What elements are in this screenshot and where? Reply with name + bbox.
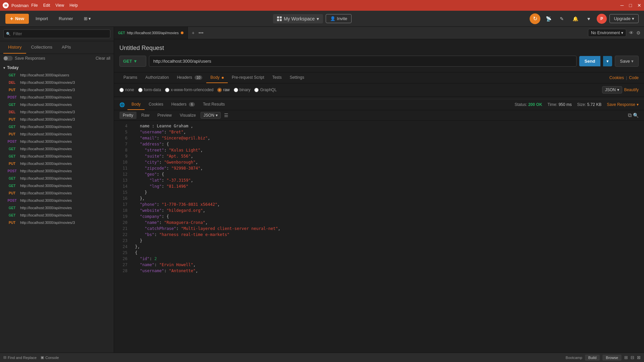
- save-response-button[interactable]: Save Response ▾: [607, 102, 639, 107]
- history-item[interactable]: POSThttp://localhost:3000/api/movies: [0, 94, 114, 101]
- req-tab-params[interactable]: Params: [119, 72, 141, 83]
- send-button[interactable]: Send: [579, 56, 601, 66]
- layout2-icon-button[interactable]: ⊟: [631, 355, 634, 360]
- beautify-button[interactable]: Beautify: [624, 87, 639, 92]
- save-responses-toggle[interactable]: Save Responses: [3, 56, 45, 61]
- user-avatar[interactable]: P: [597, 14, 607, 24]
- sidebar-tab-history[interactable]: History: [3, 41, 26, 54]
- new-button[interactable]: + New: [5, 14, 29, 24]
- resp-tab-body[interactable]: Body: [127, 99, 145, 110]
- heart-icon-button[interactable]: ♥: [583, 13, 594, 24]
- req-tab-headers[interactable]: Headers 10: [173, 72, 206, 83]
- import-button[interactable]: Import: [32, 14, 52, 23]
- sync-button[interactable]: ↻: [530, 13, 540, 24]
- sidebar-tab-apis[interactable]: APIs: [57, 41, 75, 54]
- response-format-selector[interactable]: JSON ▾: [201, 112, 221, 119]
- menu-file[interactable]: File: [31, 3, 38, 8]
- history-item[interactable]: GEThttp://localhost:3000/api/movies: [0, 212, 114, 219]
- history-item[interactable]: POSThttp://localhost:3000/api/movies: [0, 138, 114, 145]
- menu-view[interactable]: View: [55, 3, 64, 8]
- menu-help[interactable]: Help: [69, 3, 78, 8]
- maximize-button[interactable]: □: [629, 3, 632, 8]
- history-item[interactable]: PUThttp://localhost:3000/api/movies: [0, 130, 114, 138]
- resp-body-tab-preview[interactable]: Preview: [154, 112, 175, 119]
- find-replace-item[interactable]: ⊟ Find and Replace: [3, 355, 37, 360]
- sidebar-tab-collections[interactable]: Collections: [26, 41, 57, 54]
- json-format-selector[interactable]: JSON ▾: [602, 86, 622, 94]
- history-item[interactable]: DELhttp://localhost:3000/api/movies/3: [0, 79, 114, 86]
- send-dropdown-button[interactable]: ▾: [603, 56, 612, 66]
- env-dropdown[interactable]: No Environment ▾: [588, 29, 626, 37]
- bootcamp-item[interactable]: Bootcamp: [566, 356, 582, 360]
- req-tab-body[interactable]: Body: [206, 72, 228, 83]
- history-item[interactable]: POSThttp://localhost:3000/api/movies: [0, 167, 114, 175]
- req-tab-prerequest[interactable]: Pre-request Script: [228, 72, 268, 83]
- body-option-none[interactable]: none: [119, 87, 134, 92]
- history-item[interactable]: PUThttp://localhost:3000/api/movies/3: [0, 116, 114, 123]
- body-option-binary[interactable]: binary: [234, 87, 251, 92]
- req-tab-authorization[interactable]: Authorization: [141, 72, 173, 83]
- body-option-raw[interactable]: raw: [217, 87, 229, 92]
- history-item[interactable]: GEThttp://localhost:3000/api/users: [0, 71, 114, 79]
- history-item[interactable]: PUThttp://localhost:3000/api/movies: [0, 189, 114, 197]
- history-item[interactable]: GEThttp://localhost:3000/api/movies: [0, 175, 114, 182]
- history-item[interactable]: GEThttp://localhost:3000/api/movies: [0, 101, 114, 108]
- history-today-header[interactable]: Today: [0, 64, 114, 71]
- search-response-button[interactable]: 🔍: [633, 113, 639, 118]
- history-item[interactable]: GEThttp://localhost:3000/api/movies: [0, 153, 114, 160]
- req-tab-tests[interactable]: Tests: [268, 72, 286, 83]
- build-button[interactable]: Build: [585, 355, 600, 361]
- req-tab-settings[interactable]: Settings: [286, 72, 308, 83]
- copy-button[interactable]: ⧉: [628, 112, 632, 118]
- body-option-formdata[interactable]: form-data: [138, 87, 161, 92]
- save-button[interactable]: Save ▾: [615, 56, 639, 67]
- response-code-area[interactable]: 4 name : Leanne Graham ,5 "username": "B…: [114, 121, 644, 353]
- history-item[interactable]: GEThttp://localhost:3000/api/movies: [0, 123, 114, 130]
- layout-icon-button[interactable]: ⊞: [624, 355, 628, 360]
- history-item[interactable]: GEThttp://localhost:3000/api/movies: [0, 204, 114, 212]
- resp-tab-test-results[interactable]: Test Results: [199, 99, 229, 110]
- history-item[interactable]: GEThttp://localhost:3000/api/movies: [0, 145, 114, 153]
- body-option-urlencoded[interactable]: x-www-form-urlencoded: [165, 87, 213, 92]
- layout3-icon-button[interactable]: ⊠: [637, 355, 641, 360]
- add-tab-button[interactable]: +: [191, 29, 196, 36]
- toolbar-extra-button[interactable]: ⊞ ▾: [80, 14, 95, 23]
- resp-tab-cookies[interactable]: Cookies: [145, 99, 167, 110]
- history-item[interactable]: DELhttp://localhost:3000/api/movies/3: [0, 108, 114, 116]
- resp-body-tab-raw[interactable]: Raw: [138, 112, 153, 119]
- history-item[interactable]: PUThttp://localhost:3000/api/movies/3: [0, 219, 114, 226]
- env-settings-button[interactable]: ⚙: [636, 30, 641, 36]
- active-request-tab[interactable]: GET http://localhost:3000/api/movies: [114, 27, 188, 39]
- url-input[interactable]: [149, 56, 577, 67]
- history-item[interactable]: POSThttp://localhost:3000/api/movies: [0, 197, 114, 204]
- bell-icon-button[interactable]: 🔔: [570, 13, 581, 24]
- resp-tab-headers[interactable]: Headers 6: [167, 99, 199, 110]
- body-option-graphql[interactable]: GraphQL: [254, 87, 276, 92]
- invite-button[interactable]: 👤 Invite: [326, 14, 352, 23]
- sidebar-search-input[interactable]: [3, 29, 110, 38]
- env-eye-button[interactable]: 👁: [629, 30, 634, 36]
- more-tabs-button[interactable]: •••: [197, 29, 205, 36]
- clear-all-button[interactable]: Clear all: [96, 56, 110, 61]
- upgrade-button[interactable]: Upgrade ▾: [609, 14, 639, 23]
- workspace-selector[interactable]: My Workspace ▾: [273, 14, 323, 23]
- browse-button[interactable]: Browse: [602, 355, 622, 361]
- history-item[interactable]: PUThttp://localhost:3000/api/movies/3: [0, 86, 114, 94]
- method-selector[interactable]: GET ▾: [119, 56, 146, 67]
- code-link[interactable]: Code: [629, 75, 639, 80]
- filter-icon-button[interactable]: ☰: [224, 113, 228, 118]
- menu-edit[interactable]: Edit: [43, 3, 50, 8]
- history-item[interactable]: PUThttp://localhost:3000/api/movies: [0, 160, 114, 167]
- minimize-button[interactable]: ─: [621, 3, 624, 8]
- runner-button[interactable]: Runner: [55, 14, 77, 23]
- console-item[interactable]: ▣ Console: [41, 355, 59, 360]
- satellite-icon-button[interactable]: 📡: [543, 13, 554, 24]
- close-button[interactable]: ✕: [637, 3, 641, 8]
- toggle-switch[interactable]: [3, 56, 13, 61]
- resp-body-tab-pretty[interactable]: Pretty: [119, 112, 137, 119]
- edit-icon-button[interactable]: ✎: [556, 13, 567, 24]
- cookies-link[interactable]: Cookies: [609, 75, 624, 80]
- sidebar: History Collections APIs Save Responses …: [0, 27, 114, 353]
- history-item[interactable]: GEThttp://localhost:3000/api/movies: [0, 182, 114, 189]
- resp-body-tab-visualize[interactable]: Visualize: [176, 112, 199, 119]
